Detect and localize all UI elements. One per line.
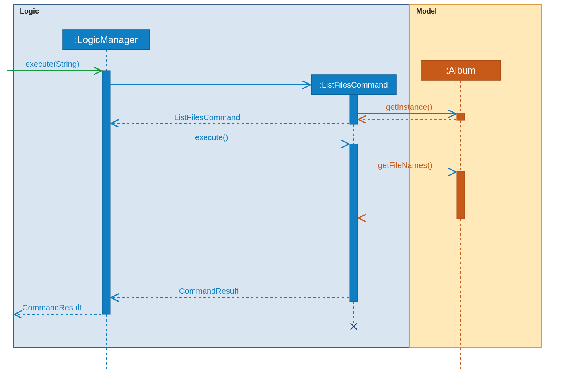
logic-frame-label: Logic bbox=[20, 7, 39, 15]
listfilescommand-header-label: :ListFilesCommand bbox=[319, 80, 388, 89]
msg-execute-label: execute() bbox=[195, 133, 228, 142]
msg-commandresult-out-label: CommandResult bbox=[22, 303, 82, 312]
msg-getinstance-label: getInstance() bbox=[386, 103, 432, 111]
listfilescommand-activation-1 bbox=[350, 95, 358, 124]
listfilescommand-activation-2 bbox=[350, 144, 358, 302]
model-frame bbox=[410, 5, 541, 348]
msg-listfilescommand-return-label: ListFilesCommand bbox=[174, 113, 240, 122]
album-header-label: :Album bbox=[446, 65, 476, 76]
msg-execute-string-label: execute(String) bbox=[25, 60, 80, 68]
msg-commandresult-return-label: CommandResult bbox=[179, 287, 238, 295]
msg-getfilenames-label: getFileNames() bbox=[378, 161, 432, 170]
logicmanager-header-label: :LogicManager bbox=[75, 34, 138, 45]
logicmanager-activation bbox=[102, 71, 110, 314]
album-activation-1 bbox=[457, 113, 465, 120]
album-activation-2 bbox=[457, 171, 465, 219]
model-frame-label: Model bbox=[416, 7, 437, 15]
sequence-diagram: Logic Model :LogicManager :ListFilesComm… bbox=[0, 0, 563, 392]
